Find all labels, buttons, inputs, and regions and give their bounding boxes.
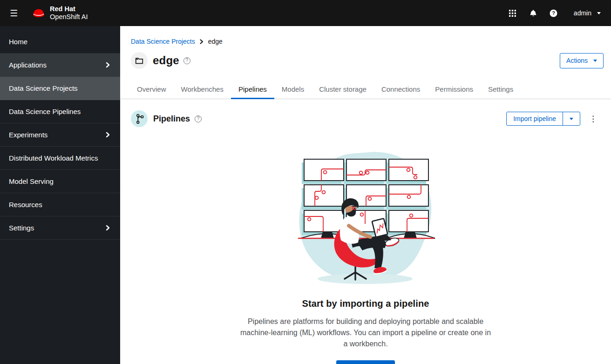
red-hat-fedora-icon [31, 7, 47, 19]
import-pipeline-split-button: Import pipeline [506, 112, 580, 126]
brand-line-2: OpenShift AI [50, 13, 88, 21]
sidebar-item-label: Applications [9, 61, 47, 69]
tab-permissions[interactable]: Permissions [428, 81, 481, 99]
sidebar-item-label: Model Serving [9, 177, 54, 185]
tab-models[interactable]: Models [274, 81, 312, 99]
sidebar-nav: Home Applications Data Science Projects … [0, 26, 120, 364]
sidebar-nav-list: Home Applications Data Science Projects … [0, 30, 120, 240]
sidebar-item-label: Settings [9, 224, 34, 232]
chevron-right-icon [106, 225, 110, 231]
sidebar-item-label: Experiments [9, 131, 48, 139]
breadcrumb-link-data-science-projects[interactable]: Data Science Projects [131, 38, 195, 45]
masthead-right: ? admin [504, 4, 611, 22]
section-header-actions: Import pipeline ⋮ [506, 112, 600, 126]
sidebar-item-label: Data Science Pipelines [9, 108, 81, 115]
tab-settings[interactable]: Settings [481, 81, 521, 99]
chevron-down-icon [597, 12, 601, 14]
main-content: Data Science Projects edge edge ? Action… [120, 26, 611, 364]
masthead-left: ☰ Red Hat OpenShift AI [0, 5, 88, 21]
masthead: ☰ Red Hat OpenShift AI [0, 0, 611, 26]
username: admin [574, 9, 591, 17]
empty-state: Start by importing a pipeline Pipelines … [120, 148, 611, 364]
project-title-row: edge ? Actions [120, 45, 611, 69]
pipelines-section-header: Pipelines ? Import pipeline ⋮ [120, 99, 611, 127]
sidebar-item-label: Home [9, 38, 27, 46]
sidebar-item-applications[interactable]: Applications [0, 54, 120, 77]
tab-workbenches[interactable]: Workbenches [174, 81, 231, 99]
kebab-menu-icon[interactable]: ⋮ [586, 114, 600, 124]
app-launcher-icon[interactable] [504, 4, 522, 22]
sidebar-item-label: Data Science Projects [9, 84, 78, 92]
breadcrumb-chevron-icon [200, 39, 204, 44]
help-icon[interactable]: ? [545, 4, 563, 22]
sidebar-item-data-science-projects[interactable]: Data Science Projects [0, 77, 120, 100]
section-title: Pipelines [153, 114, 190, 124]
user-menu[interactable]: admin [565, 9, 604, 17]
breadcrumb: Data Science Projects edge [120, 26, 611, 45]
import-pipeline-caret-button[interactable] [563, 112, 580, 125]
tab-connections[interactable]: Connections [374, 81, 428, 99]
pipelines-empty-state-illustration [294, 148, 437, 285]
project-folder-icon [131, 52, 148, 69]
pipelines-section: Pipelines ? Import pipeline ⋮ [120, 99, 611, 364]
sidebar-item-model-serving[interactable]: Model Serving [0, 170, 120, 193]
actions-label: Actions [566, 57, 588, 64]
brand-line-1: Red Hat [50, 5, 88, 13]
sidebar-item-data-science-pipelines[interactable]: Data Science Pipelines [0, 100, 120, 123]
project-tabs: Overview Workbenches Pipelines Models Cl… [120, 81, 611, 99]
sidebar-item-distributed-workload-metrics[interactable]: Distributed Workload Metrics [0, 147, 120, 170]
breadcrumb-current: edge [208, 38, 223, 45]
app-shell: Home Applications Data Science Projects … [0, 26, 611, 364]
sidebar-item-resources[interactable]: Resources [0, 193, 120, 216]
sidebar-item-label: Resources [9, 201, 42, 209]
tab-overview[interactable]: Overview [129, 81, 174, 99]
sidebar-item-experiments[interactable]: Experiments [0, 123, 120, 147]
svg-text:?: ? [552, 10, 555, 16]
brand-text: Red Hat OpenShift AI [50, 5, 88, 21]
hamburger-menu-icon[interactable]: ☰ [8, 7, 20, 20]
pipelines-branch-icon [131, 110, 148, 127]
tab-pipelines[interactable]: Pipelines [231, 81, 274, 99]
pipelines-help-icon[interactable]: ? [195, 115, 202, 122]
sidebar-item-home[interactable]: Home [0, 30, 120, 54]
sidebar-item-label: Distributed Workload Metrics [9, 154, 98, 162]
chevron-right-icon [106, 62, 110, 68]
sidebar-item-settings[interactable]: Settings [0, 216, 120, 240]
brand-logo[interactable]: Red Hat OpenShift AI [31, 5, 88, 21]
import-pipeline-primary-button[interactable]: Import pipeline [336, 360, 395, 364]
project-help-icon[interactable]: ? [183, 57, 190, 64]
import-pipeline-button[interactable]: Import pipeline [507, 112, 563, 125]
chevron-down-icon [570, 118, 573, 120]
page-title: edge [153, 54, 179, 67]
actions-dropdown-button[interactable]: Actions [560, 53, 604, 68]
notifications-bell-icon[interactable] [524, 4, 542, 22]
chevron-down-icon [593, 60, 597, 62]
empty-state-description: Pipelines are platforms for building and… [239, 316, 493, 350]
empty-state-title: Start by importing a pipeline [120, 298, 611, 309]
chevron-right-icon [106, 132, 110, 138]
tab-cluster-storage[interactable]: Cluster storage [312, 81, 374, 99]
